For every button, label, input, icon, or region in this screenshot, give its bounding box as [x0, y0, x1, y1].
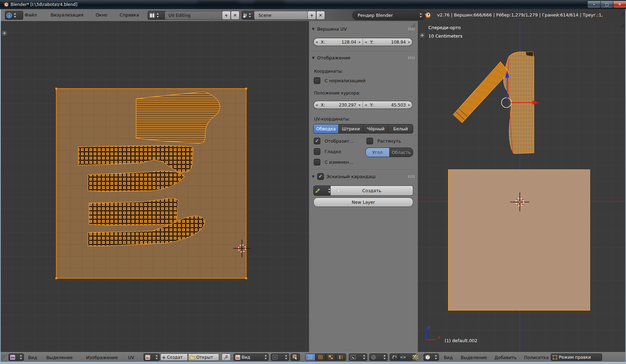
region-plus-handle[interactable] — [419, 32, 425, 38]
menu-render[interactable]: Визуализация — [51, 12, 83, 18]
modified-checkbox[interactable] — [314, 159, 320, 165]
display-mode-dropdown[interactable]: Вид — [234, 353, 269, 361]
button-label: Создать — [362, 188, 381, 193]
decrement-arrow-icon[interactable]: ◂ — [364, 40, 367, 44]
draw-type-dash-button[interactable]: Штрихи — [339, 124, 364, 133]
snap-toggle-button[interactable] — [390, 353, 399, 361]
minimize-button[interactable]: – — [587, 1, 601, 8]
delete-layout-button[interactable]: ✕ — [231, 11, 239, 20]
normalized-label[interactable]: С нормализацией — [325, 78, 365, 83]
panel-header-grease-pencil[interactable]: ▼ ✓ Эскизный карандаш — [312, 173, 415, 180]
image-open-button[interactable]: Открыт — [188, 353, 219, 361]
show-other-label[interactable]: Отобразит… — [325, 138, 354, 144]
uv-editor-header: Вид Выделение Изображение UV + Создат От… — [0, 352, 418, 362]
editor-type-dropdown[interactable] — [8, 353, 24, 361]
close-glyph: ✕ — [618, 2, 621, 7]
draw-type-outline-button[interactable]: Обводка — [314, 124, 339, 133]
increment-arrow-icon[interactable]: ▸ — [408, 103, 411, 107]
editor-type-info-dropdown[interactable]: i — [5, 11, 23, 20]
menu-add[interactable]: Добавить — [494, 355, 517, 360]
sticky-select-dropdown[interactable] — [349, 353, 367, 361]
increment-arrow-icon[interactable]: ▸ — [408, 40, 411, 44]
scene-name-field[interactable]: Scene — [254, 11, 312, 20]
stretch-checkbox[interactable] — [366, 138, 373, 144]
field-label: Y: — [370, 103, 373, 108]
menu-image[interactable]: Изображение — [86, 355, 118, 360]
add-layout-button[interactable]: + — [222, 11, 231, 20]
select-mode-island-button[interactable] — [336, 353, 346, 361]
image-pin-button[interactable] — [222, 353, 231, 361]
menu-help[interactable]: Справка — [120, 12, 139, 18]
area-corner-grip[interactable] — [619, 10, 625, 17]
grease-pencil-checkbox[interactable]: ✓ — [317, 173, 324, 180]
decrement-arrow-icon[interactable]: ◂ — [364, 103, 367, 107]
menu-uvs[interactable]: UV — [128, 355, 134, 360]
maximize-button[interactable]: ▢ — [600, 1, 613, 8]
render-engine-dropdown[interactable]: Рендер Blender — [352, 11, 426, 20]
uv-editor-canvas[interactable] — [0, 21, 309, 352]
decrement-arrow-icon[interactable]: ◂ — [315, 103, 318, 107]
image-new-button[interactable]: + Создат — [160, 353, 188, 361]
smooth-checkbox[interactable] — [314, 148, 320, 155]
stretch-angle-button[interactable]: Угол — [366, 148, 390, 157]
menu-mesh[interactable]: Полисетка — [524, 355, 549, 360]
panel-header-vertex-uv[interactable]: ▼ Вершина UV — [312, 25, 415, 32]
region-plus-handle[interactable] — [1, 30, 7, 36]
proportional-edit-dropdown[interactable] — [369, 353, 388, 361]
panel-drag-dots-icon[interactable] — [408, 175, 415, 178]
plane-object[interactable] — [448, 170, 590, 310]
grease-pencil-new-button[interactable]: + Создать — [330, 186, 413, 196]
field-label: X: — [321, 40, 325, 45]
menu-view[interactable]: Вид — [444, 355, 453, 360]
cursor-y-field[interactable]: ◂Y:45.503▸ — [363, 101, 413, 109]
glass-reflection — [197, 1, 239, 8]
menu-select[interactable]: Выделение — [46, 355, 72, 360]
grease-pencil-data-dropdown[interactable] — [313, 186, 332, 196]
draw-type-white-button[interactable]: Белый — [388, 124, 413, 133]
select-mode-edge-button[interactable] — [315, 353, 326, 361]
area-corner-grip[interactable] — [1, 354, 8, 361]
pivot-point-dropdown[interactable] — [271, 353, 289, 361]
dropdown-arrows-icon — [363, 355, 366, 360]
stretch-area-button[interactable]: Область — [390, 148, 413, 157]
screen-layout-dropdown[interactable] — [148, 11, 167, 20]
decrement-arrow-icon[interactable]: ◂ — [315, 40, 318, 44]
select-mode-vertex-button[interactable] — [305, 353, 315, 361]
editor-type-dropdown[interactable] — [423, 353, 439, 361]
plus-icon: + — [336, 187, 341, 194]
menu-file[interactable]: Файл — [25, 12, 37, 18]
menu-window[interactable]: Окно — [96, 12, 107, 18]
viewport-3d[interactable] — [418, 21, 626, 352]
add-scene-button[interactable]: + — [307, 11, 316, 20]
cursor-x-field[interactable]: ◂X:230.297▸ — [313, 101, 363, 109]
uv-select-sync-button[interactable] — [290, 353, 300, 361]
increment-arrow-icon[interactable]: ▸ — [358, 103, 361, 107]
panel-header-display[interactable]: ▼ Отображение — [312, 54, 415, 61]
menu-view[interactable]: Вид — [28, 355, 37, 360]
info-icon: i — [6, 13, 12, 18]
image-datablock-dropdown[interactable] — [143, 353, 160, 361]
collapse-triangle-icon: ▼ — [312, 175, 315, 178]
dropdown-arrows-icon — [264, 355, 267, 360]
modified-label[interactable]: С изменен… — [325, 160, 353, 165]
menu-select[interactable]: Выделение — [461, 355, 487, 360]
layout-name-field[interactable]: UV Editing — [165, 11, 225, 20]
delete-scene-button[interactable]: ✕ — [316, 11, 325, 20]
increment-arrow-icon[interactable]: ▸ — [358, 40, 361, 44]
normalized-checkbox[interactable] — [314, 77, 320, 84]
close-button[interactable]: ✕ — [613, 1, 626, 8]
show-other-checkbox[interactable]: ✓ — [314, 138, 320, 144]
interaction-mode-dropdown[interactable]: Режим правки — [551, 353, 602, 361]
panel-drag-dots-icon[interactable] — [408, 56, 415, 59]
svg-text:i: i — [8, 14, 9, 18]
draw-type-black-button[interactable]: Чёрный — [364, 124, 389, 133]
scene-icon-dropdown[interactable] — [242, 11, 255, 20]
dropdown-arrows-icon — [248, 13, 251, 18]
stretch-label[interactable]: Растянуть — [377, 138, 401, 144]
panel-drag-dots-icon[interactable] — [408, 27, 415, 31]
vertex-uv-y-field[interactable]: ◂Y:108.94▸ — [363, 38, 413, 46]
vertex-uv-x-field[interactable]: ◂X:128.04▸ — [313, 38, 363, 46]
select-mode-face-button[interactable] — [326, 353, 336, 361]
new-layer-button[interactable]: New Layer — [313, 197, 413, 207]
smooth-label[interactable]: Гладко — [325, 149, 341, 154]
